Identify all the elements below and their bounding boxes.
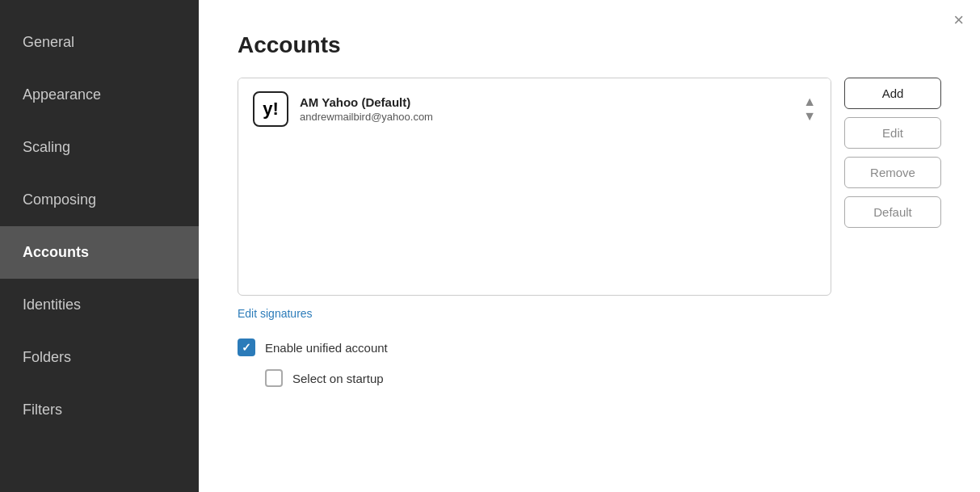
account-email: andrewmailbird@yahoo.com bbox=[300, 111, 792, 123]
account-info: AM Yahoo (Default)andrewmailbird@yahoo.c… bbox=[300, 95, 792, 123]
checkbox-row-unified[interactable]: Enable unified account bbox=[238, 339, 941, 356]
settings-options: Enable unified accountSelect on startup bbox=[238, 339, 941, 387]
checkbox-label-unified: Enable unified account bbox=[265, 341, 388, 355]
sidebar-item-accounts[interactable]: Accounts bbox=[0, 226, 199, 279]
accounts-actions: Add Edit Remove Default bbox=[844, 78, 941, 228]
sidebar-item-general[interactable]: General bbox=[0, 16, 199, 69]
remove-button[interactable]: Remove bbox=[844, 157, 941, 188]
close-button[interactable]: × bbox=[953, 11, 964, 29]
edit-signatures-link[interactable]: Edit signatures bbox=[238, 307, 313, 320]
main-content: × Accounts y!AM Yahoo (Default)andrewmai… bbox=[199, 0, 980, 492]
sidebar-item-appearance[interactable]: Appearance bbox=[0, 69, 199, 121]
accounts-container: y!AM Yahoo (Default)andrewmailbird@yahoo… bbox=[238, 78, 941, 296]
sidebar-item-filters[interactable]: Filters bbox=[0, 384, 199, 436]
checkbox-unified[interactable] bbox=[238, 339, 255, 356]
checkbox-label-startup: Select on startup bbox=[292, 372, 384, 385]
sidebar: GeneralAppearanceScalingComposingAccount… bbox=[0, 0, 199, 492]
checkbox-row-startup[interactable]: Select on startup bbox=[265, 369, 941, 387]
sidebar-item-scaling[interactable]: Scaling bbox=[0, 121, 199, 174]
account-item[interactable]: y!AM Yahoo (Default)andrewmailbird@yahoo… bbox=[238, 78, 831, 140]
sort-icon[interactable]: ▲▼ bbox=[803, 95, 816, 124]
edit-button[interactable]: Edit bbox=[844, 117, 941, 149]
account-logo: y! bbox=[253, 91, 288, 127]
account-name: AM Yahoo (Default) bbox=[300, 95, 792, 109]
sidebar-item-composing[interactable]: Composing bbox=[0, 174, 199, 226]
page-title: Accounts bbox=[238, 32, 941, 58]
default-button[interactable]: Default bbox=[844, 196, 941, 228]
sidebar-item-folders[interactable]: Folders bbox=[0, 331, 199, 384]
sidebar-item-identities[interactable]: Identities bbox=[0, 279, 199, 331]
accounts-list: y!AM Yahoo (Default)andrewmailbird@yahoo… bbox=[238, 78, 831, 296]
checkbox-startup[interactable] bbox=[265, 369, 283, 387]
add-button[interactable]: Add bbox=[844, 78, 941, 109]
